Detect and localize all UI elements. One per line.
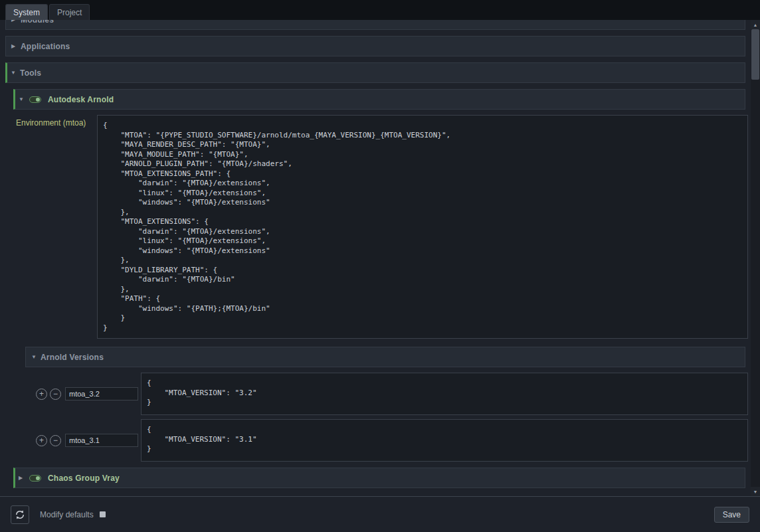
chevron-right-icon: ▶ <box>11 20 21 23</box>
version-row-mtoa-3-1: + − { "MTOA_VERSION": "3.1" } <box>36 419 748 462</box>
section-label-modules: Modules <box>21 20 54 25</box>
chevron-down-icon: ▼ <box>31 354 41 360</box>
section-header-modules[interactable]: ▶ Modules <box>5 20 745 30</box>
version-key-input[interactable] <box>65 434 138 447</box>
section-label-tools: Tools <box>20 68 41 78</box>
vertical-scrollbar[interactable]: ▲ ▼ <box>751 20 760 496</box>
settings-scroll-area: ▶ Modules ▶ Applications ▼ Tools ▼ Autod… <box>0 20 751 496</box>
section-label-applications: Applications <box>21 42 70 51</box>
chevron-right-icon: ▶ <box>19 475 28 481</box>
tab-project[interactable]: Project <box>49 4 90 20</box>
version-json-editor[interactable]: { "MTOA_VERSION": "3.1" } <box>141 419 748 462</box>
toggle-knob <box>36 98 40 102</box>
tools-section-body: ▼ Autodesk Arnold Environment (mtoa) { "… <box>0 89 751 488</box>
refresh-icon <box>15 509 25 520</box>
modify-defaults-label: Modify defaults <box>40 510 94 519</box>
add-version-button[interactable]: + <box>36 435 47 446</box>
modified-state-indicator[interactable] <box>100 511 106 517</box>
settings-content: ▶ Modules ▶ Applications ▼ Tools ▼ Autod… <box>0 20 760 496</box>
save-button[interactable]: Save <box>714 507 749 523</box>
section-label-chaos-group-vray: Chaos Group Vray <box>48 474 120 483</box>
chevron-down-icon: ▼ <box>19 96 28 102</box>
section-label-autodesk-arnold: Autodesk Arnold <box>48 95 114 104</box>
vray-enabled-toggle[interactable] <box>29 475 41 482</box>
section-header-chaos-group-vray[interactable]: ▶ Chaos Group Vray <box>13 468 745 488</box>
add-version-button[interactable]: + <box>36 389 47 400</box>
section-header-tools[interactable]: ▼ Tools <box>5 62 745 83</box>
chevron-down-icon: ▼ <box>11 70 20 76</box>
scrollbar-track[interactable] <box>751 29 760 487</box>
environment-field-label: Environment (mtoa) <box>16 115 97 128</box>
refresh-button[interactable] <box>11 505 29 524</box>
arnold-enabled-toggle[interactable] <box>29 96 41 103</box>
remove-version-button[interactable]: − <box>50 389 61 400</box>
tab-bar: System Project <box>0 0 760 20</box>
toggle-knob <box>36 476 40 480</box>
section-header-applications[interactable]: ▶ Applications <box>5 36 745 56</box>
tab-system[interactable]: System <box>5 4 48 20</box>
settings-window: System Project ▶ Modules ▶ Applications … <box>0 0 760 532</box>
version-row-mtoa-3-2: + − { "MTOA_VERSION": "3.2" } <box>36 373 748 415</box>
version-json-editor[interactable]: { "MTOA_VERSION": "3.2" } <box>141 373 748 415</box>
environment-field-row: Environment (mtoa) { "MTOA": "{PYPE_STUD… <box>16 115 748 339</box>
footer-bar: Modify defaults Save <box>0 496 760 532</box>
settings-scroll-content: ▶ Modules ▶ Applications ▼ Tools ▼ Autod… <box>0 20 751 496</box>
chevron-right-icon: ▶ <box>11 43 21 49</box>
remove-version-button[interactable]: − <box>50 435 61 446</box>
scroll-up-arrow-icon[interactable]: ▲ <box>751 20 760 29</box>
scroll-down-arrow-icon[interactable]: ▼ <box>751 487 760 496</box>
section-header-autodesk-arnold[interactable]: ▼ Autodesk Arnold <box>13 89 745 110</box>
section-label-arnold-versions: Arnold Versions <box>41 353 104 362</box>
section-header-arnold-versions[interactable]: ▼ Arnold Versions <box>25 347 745 367</box>
version-key-input[interactable] <box>65 387 138 400</box>
scrollbar-thumb[interactable] <box>751 29 759 80</box>
environment-json-editor[interactable]: { "MTOA": "{PYPE_STUDIO_SOFTWARE}/arnold… <box>97 115 748 339</box>
